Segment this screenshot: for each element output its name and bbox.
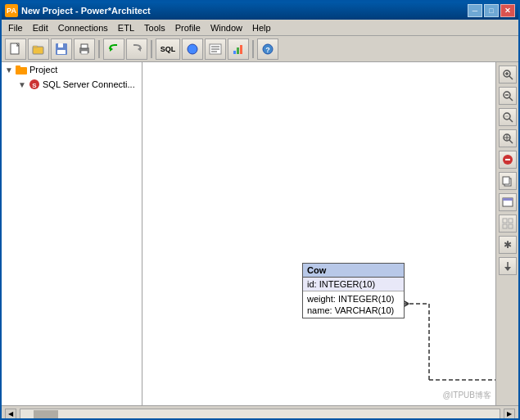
menu-file[interactable]: File bbox=[3, 22, 28, 34]
scroll-left-button[interactable]: ◀ bbox=[5, 409, 16, 420]
svg-marker-9 bbox=[110, 47, 113, 52]
svg-point-11 bbox=[188, 44, 197, 54]
menu-profile[interactable]: Profile bbox=[170, 22, 206, 34]
toolbar-redo[interactable] bbox=[126, 38, 147, 60]
svg-rect-1 bbox=[33, 47, 43, 54]
svg-rect-48 bbox=[503, 177, 509, 184]
app-icon: PA bbox=[5, 4, 18, 17]
svg-rect-7 bbox=[81, 44, 88, 48]
toolbar-compare[interactable] bbox=[182, 38, 203, 60]
tree-item-connection[interactable]: ▼ S SQL Server Connecti... bbox=[2, 77, 142, 92]
fit-all-button[interactable] bbox=[499, 129, 517, 147]
er-table-cow-header: Cow bbox=[303, 264, 404, 278]
svg-line-42 bbox=[509, 140, 513, 143]
svg-text:?: ? bbox=[265, 46, 270, 54]
zoom-in-button[interactable] bbox=[499, 65, 517, 84]
svg-rect-22 bbox=[16, 65, 20, 68]
menu-bar: File Edit Connections ETL Tools Profile … bbox=[2, 20, 518, 36]
tree-project-label: Project bbox=[29, 65, 57, 75]
status-bar: ◀ ▶ bbox=[2, 405, 518, 420]
scroll-right-button[interactable]: ▶ bbox=[504, 409, 515, 420]
svg-text:✱: ✱ bbox=[504, 239, 512, 251]
er-table-cow-pk: id: INTEGER(10) bbox=[303, 278, 404, 291]
svg-rect-53 bbox=[503, 224, 507, 228]
toolbar-chart[interactable] bbox=[228, 38, 249, 60]
remove-button[interactable] bbox=[499, 151, 517, 169]
svg-rect-5 bbox=[57, 50, 66, 54]
svg-line-39 bbox=[509, 119, 513, 122]
mark-button[interactable]: ✱ bbox=[499, 236, 517, 254]
svg-rect-17 bbox=[237, 47, 239, 54]
main-content: ▼ Project ▼ S SQL Server Connecti... Cow bbox=[2, 62, 518, 405]
svg-rect-51 bbox=[503, 219, 507, 223]
toolbar-print[interactable] bbox=[74, 38, 95, 60]
toolbar-help[interactable]: ? bbox=[257, 38, 278, 60]
minimize-button[interactable]: ─ bbox=[468, 4, 482, 17]
toolbar-separator-3 bbox=[252, 40, 254, 58]
toolbar-open[interactable] bbox=[28, 38, 49, 60]
toolbar-separator-2 bbox=[151, 40, 152, 58]
svg-rect-16 bbox=[233, 51, 236, 54]
toolbar: SQL ? bbox=[2, 36, 518, 62]
grid-button[interactable] bbox=[499, 215, 517, 233]
er-table-cow-fields: weight: INTEGER(10) name: VARCHAR(10) bbox=[303, 291, 404, 318]
svg-rect-54 bbox=[509, 224, 513, 228]
er-table-field: weight: INTEGER(10) bbox=[307, 293, 400, 305]
menu-connections[interactable]: Connections bbox=[53, 22, 113, 34]
svg-rect-21 bbox=[16, 67, 27, 75]
db-icon: S bbox=[29, 79, 40, 90]
connector-svg bbox=[142, 62, 495, 405]
er-table-field: name: VARCHAR(10) bbox=[307, 305, 400, 316]
toolbar-report[interactable] bbox=[205, 38, 226, 60]
svg-line-32 bbox=[509, 76, 513, 79]
horizontal-scrollbar[interactable] bbox=[20, 409, 500, 420]
tree-toggle-project[interactable]: ▼ bbox=[5, 65, 13, 75]
scrollbar-thumb[interactable] bbox=[34, 410, 58, 418]
svg-rect-4 bbox=[58, 43, 63, 47]
menu-tools[interactable]: Tools bbox=[139, 22, 170, 34]
er-table-cow[interactable]: Cow id: INTEGER(10) weight: INTEGER(10) … bbox=[302, 263, 405, 318]
svg-text:S: S bbox=[32, 82, 37, 89]
svg-rect-2 bbox=[33, 46, 38, 47]
svg-rect-18 bbox=[240, 45, 242, 54]
toolbar-sql[interactable]: SQL bbox=[156, 38, 180, 60]
zoom-out-button[interactable] bbox=[499, 87, 517, 105]
tree-connection-label: SQL Server Connecti... bbox=[43, 79, 135, 89]
menu-help[interactable]: Help bbox=[247, 22, 276, 34]
maximize-button[interactable]: □ bbox=[484, 4, 499, 17]
toolbar-save[interactable] bbox=[51, 38, 72, 60]
tree-toggle-connection[interactable]: ▼ bbox=[18, 80, 26, 89]
view-button[interactable] bbox=[499, 193, 517, 211]
toolbar-new[interactable] bbox=[5, 38, 26, 60]
close-button[interactable]: ✕ bbox=[500, 4, 515, 17]
svg-marker-10 bbox=[138, 47, 141, 52]
menu-edit[interactable]: Edit bbox=[28, 22, 53, 34]
folder-icon bbox=[16, 64, 27, 75]
menu-window[interactable]: Window bbox=[206, 22, 247, 34]
svg-rect-52 bbox=[509, 219, 513, 223]
tree-item-project[interactable]: ▼ Project bbox=[2, 62, 142, 77]
title-bar: PA New Project - Power*Architect ─ □ ✕ bbox=[2, 2, 518, 20]
title-controls: ─ □ ✕ bbox=[468, 4, 515, 17]
copy-button[interactable] bbox=[499, 172, 517, 190]
menu-etl[interactable]: ETL bbox=[113, 22, 139, 34]
svg-rect-8 bbox=[81, 51, 88, 54]
right-sidebar: ✱ bbox=[495, 62, 518, 405]
zoom-reset-button[interactable] bbox=[499, 108, 517, 126]
svg-line-36 bbox=[509, 97, 513, 101]
arrow-down-button[interactable] bbox=[499, 257, 517, 275]
toolbar-undo[interactable] bbox=[103, 38, 124, 60]
svg-rect-50 bbox=[503, 198, 513, 201]
toolbar-separator-1 bbox=[98, 40, 100, 58]
canvas-area[interactable]: Cow id: INTEGER(10) weight: INTEGER(10) … bbox=[142, 62, 495, 405]
tree-panel: ▼ Project ▼ S SQL Server Connecti... bbox=[2, 62, 142, 405]
watermark: @ITPUB博客 bbox=[442, 390, 491, 401]
svg-marker-57 bbox=[504, 267, 511, 271]
window-title: New Project - Power*Architect bbox=[21, 6, 151, 16]
title-bar-left: PA New Project - Power*Architect bbox=[5, 4, 151, 17]
